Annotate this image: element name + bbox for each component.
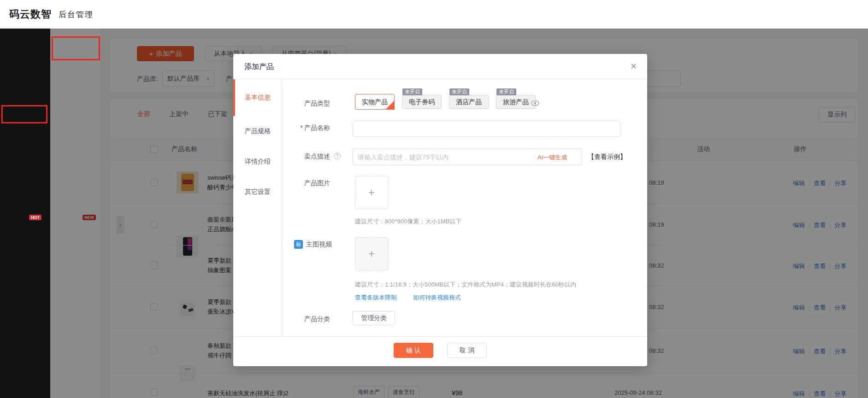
close-icon[interactable]: ✕ (630, 61, 637, 71)
product-type-options: 实物产品 ✓ 未开启 电子券码 未开启 酒店产品 未开启 旅游产品 (355, 95, 536, 110)
selling-point-label: 卖点描述 (233, 152, 330, 161)
type-option-evoucher[interactable]: 未开启 电子券码 (402, 95, 442, 109)
product-image-label: 产品图片 (233, 179, 330, 187)
modal-tab-basic-info[interactable]: 基本信息 (233, 79, 282, 116)
add-product-modal: 添加产品 ✕ 基本信息 产品规格 详情介绍 其它设置 产品类型 实物产品 ✓ 未… (233, 54, 647, 366)
primary-sidebar (0, 29, 50, 398)
video-size-hint: 建议尺寸：1:1/16:9；大小500MB以下；文件格式为MP4；建议视频时长在… (355, 281, 576, 289)
help-question-icon[interactable]: ? (334, 152, 341, 159)
video-upload-box[interactable]: + (355, 237, 388, 270)
modal-header: 添加产品 ✕ (233, 54, 647, 79)
modal-title: 添加产品 (244, 62, 274, 72)
required-mark: * (301, 124, 303, 131)
type-option-hotel[interactable]: 未开启 酒店产品 (449, 95, 489, 109)
plus-icon: + (368, 186, 375, 199)
product-name-input[interactable] (353, 121, 620, 137)
app-root: 码云数智 后台管理 概况 统计 商城 产品 订单 会员 微信 分销 营销 HOT (0, 0, 868, 398)
brand-logo: 码云数智 (9, 7, 52, 21)
ai-generate-button[interactable]: AI一键生成 (537, 153, 567, 162)
disabled-badge: 未开启 (496, 88, 516, 95)
type-option-travel[interactable]: 未开启 旅游产品 (496, 95, 536, 109)
check-icon: ✓ (390, 95, 394, 110)
convert-format-link[interactable]: 如何转换视频格式 (413, 293, 461, 302)
main-video-label: 主图视频 (306, 240, 332, 249)
image-upload-box[interactable]: + (355, 176, 388, 209)
preview-eye-icon[interactable] (531, 99, 540, 110)
product-type-label: 产品类型 (233, 100, 330, 108)
modal-footer-divider (233, 336, 647, 337)
plus-icon: + (368, 247, 375, 260)
modal-tab-detail-intro[interactable]: 详情介绍 (233, 146, 282, 177)
image-size-hint: 建议尺寸：800*800像素；大小1MB以下 (355, 217, 461, 226)
view-example-link[interactable]: 【查看示例】 (588, 153, 626, 161)
disabled-badge: 未开启 (449, 88, 469, 95)
cancel-button[interactable]: 取 消 (447, 343, 487, 358)
standard-badge: 标 (294, 240, 303, 249)
type-option-physical[interactable]: 实物产品 ✓ (355, 94, 395, 110)
top-bar: 码云数智 后台管理 (0, 0, 868, 29)
version-limits-link[interactable]: 查看各版本限制 (355, 293, 397, 302)
manage-category-button[interactable]: 管理分类 (353, 311, 395, 325)
confirm-button[interactable]: 确 认 (394, 343, 433, 358)
disabled-badge: 未开启 (402, 88, 422, 95)
product-category-label: 产品分类 (233, 315, 330, 323)
page-title: 后台管理 (59, 9, 94, 20)
product-name-label: *产品名称 (233, 124, 330, 132)
hot-badge: HOT (29, 215, 41, 220)
